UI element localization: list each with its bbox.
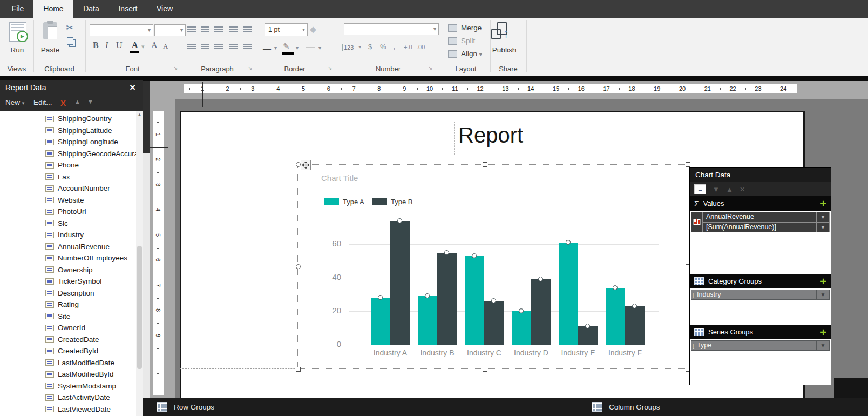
tab-insert[interactable]: Insert [110, 0, 146, 18]
align-top-icon[interactable] [187, 26, 196, 32]
move-up-icon[interactable]: ▲ [726, 185, 733, 193]
font-size-combo[interactable]: ▾ [154, 24, 186, 36]
tab-file[interactable]: File [5, 0, 30, 18]
bar-type-b[interactable] [531, 279, 551, 345]
resize-handle-bottom-middle[interactable] [483, 367, 487, 372]
tree-item-field[interactable]: Industry [45, 229, 84, 240]
number-format-icon[interactable]: 123 [342, 44, 355, 51]
column-groups-pane[interactable]: Column Groups [592, 398, 660, 416]
add-series-group-button[interactable]: + [820, 327, 826, 338]
decrease-decimals-icon[interactable]: .00 [417, 44, 425, 50]
align-bottom-icon[interactable] [214, 26, 223, 32]
font-color-button[interactable]: A [132, 39, 138, 51]
delete-icon[interactable]: X [60, 98, 66, 108]
tab-home[interactable]: Home [33, 0, 73, 18]
resize-handle-top-middle[interactable] [483, 162, 487, 167]
tree-item-field[interactable]: CreatedDate [45, 334, 99, 345]
bold-button[interactable]: B [93, 39, 99, 51]
border-color-pen-icon[interactable]: ✎ [283, 42, 290, 51]
tree-item-field[interactable]: Website [45, 194, 84, 206]
align-center-icon[interactable] [201, 44, 209, 50]
tree-item-field[interactable]: LastModifiedDate [45, 357, 114, 368]
comma-icon[interactable]: , [393, 42, 395, 51]
shrink-font-button[interactable]: A [163, 41, 168, 52]
currency-icon[interactable]: $ [368, 43, 372, 51]
move-up-icon[interactable]: ▲ [74, 98, 80, 105]
bar-type-a[interactable] [559, 243, 578, 345]
new-button[interactable]: New ▾ [5, 98, 24, 106]
border-color-dropdown[interactable]: ▾ [296, 45, 299, 51]
paste-icon[interactable] [43, 22, 57, 39]
tree-item-field[interactable]: Site [45, 311, 70, 322]
move-down-icon[interactable]: ▼ [87, 98, 93, 105]
split-button[interactable]: Split [461, 37, 475, 45]
tree-item-field[interactable]: ShippingLatitude [45, 125, 112, 136]
tree-item-field[interactable]: ShippingCountry [45, 113, 112, 124]
move-handle[interactable] [301, 160, 311, 170]
resize-handle-top-left[interactable] [296, 162, 301, 167]
delete-icon[interactable]: ✕ [740, 185, 745, 193]
tree-item-field[interactable]: Description [45, 287, 94, 299]
tree-scrollbar-thumb[interactable] [137, 246, 142, 369]
value-row-expression[interactable]: [Sum(AnnualRevenue)] ▼ [703, 222, 830, 232]
tree-item-field[interactable]: LastActivityDate [45, 392, 110, 403]
bar-type-a[interactable] [606, 288, 625, 345]
report-title-textbox[interactable]: Report [454, 122, 538, 155]
scroll-up-icon[interactable]: ▲ [136, 112, 143, 117]
grow-font-button[interactable]: A [151, 39, 158, 51]
italic-button[interactable]: I [105, 39, 108, 51]
value-row-field[interactable]: AnnualRevenue ▼ [703, 212, 830, 222]
chevron-down-icon[interactable]: ▼ [817, 222, 830, 232]
tab-data[interactable]: Data [76, 0, 107, 18]
add-category-group-button[interactable]: + [820, 276, 826, 287]
tree-item-field[interactable]: Ownership [45, 264, 93, 276]
canvas-scrollbar-thumb[interactable] [143, 81, 150, 153]
font-name-combo[interactable]: ▾ [90, 24, 153, 36]
tree-item-field[interactable]: Fax [45, 171, 70, 183]
tree-item-field[interactable]: LastModifiedById [45, 368, 114, 380]
tree-item-field[interactable]: NumberOfEmployees [45, 252, 127, 264]
bar-type-b[interactable] [578, 326, 598, 345]
tree-item-field[interactable]: SystemModstamp [45, 380, 116, 392]
align-right-icon[interactable] [214, 44, 223, 50]
tree-item-field[interactable]: ShippingLongitude [45, 136, 118, 147]
chevron-down-icon[interactable]: ▼ [817, 212, 830, 222]
bar-type-b[interactable] [390, 221, 410, 345]
number-format-combo[interactable]: ▾ [344, 23, 439, 35]
tree-item-field[interactable]: PhotoUrl [45, 206, 86, 217]
tree-item-field[interactable]: OwnerId [45, 322, 85, 333]
bar-type-b[interactable] [437, 253, 457, 345]
tree-item-field[interactable]: ShippingGeocodeAccura [45, 148, 136, 159]
cut-icon[interactable]: ✂ [66, 22, 73, 33]
borders-picker-dropdown[interactable]: ▾ [318, 45, 321, 51]
edit-button[interactable]: Edit... [33, 98, 52, 106]
merge-button[interactable]: Merge [461, 24, 482, 32]
tree-item-field[interactable]: AccountNumber [45, 183, 110, 194]
bar-type-b[interactable] [484, 301, 504, 345]
numbered-list-icon[interactable] [243, 44, 252, 50]
tree-item-field[interactable]: TickerSymbol [45, 276, 101, 287]
percent-icon[interactable]: % [380, 43, 386, 51]
move-down-icon[interactable]: ▼ [713, 185, 720, 193]
bar-type-a[interactable] [465, 256, 484, 345]
bullet-list-icon[interactable] [229, 44, 238, 50]
decrease-indent-icon[interactable] [229, 26, 238, 32]
bar-type-b[interactable] [625, 306, 645, 345]
series-group-row[interactable]: Type ▼ [691, 340, 830, 351]
fill-color-icon[interactable]: ⬥ [310, 24, 316, 35]
number-format-dropdown[interactable]: ▾ [358, 44, 361, 50]
increase-decimals-icon[interactable]: +.0 [404, 44, 412, 50]
underline-button[interactable]: U [116, 39, 123, 51]
bar-type-a[interactable] [512, 311, 531, 345]
chevron-down-icon[interactable]: ▼ [817, 340, 830, 351]
copy-icon[interactable] [67, 37, 73, 45]
border-style-icon[interactable]: — [263, 44, 271, 53]
tree-item-field[interactable]: CreatedById [45, 345, 98, 357]
bar-type-a[interactable] [418, 296, 437, 345]
add-value-button[interactable]: + [820, 198, 826, 209]
tree-item-field[interactable]: AnnualRevenue [45, 241, 110, 252]
border-style-dropdown[interactable]: ▾ [274, 45, 277, 51]
close-icon[interactable]: × [130, 82, 135, 93]
resize-handle-bottom-left[interactable] [296, 367, 301, 372]
align-button[interactable]: Align ▾ [461, 50, 482, 58]
